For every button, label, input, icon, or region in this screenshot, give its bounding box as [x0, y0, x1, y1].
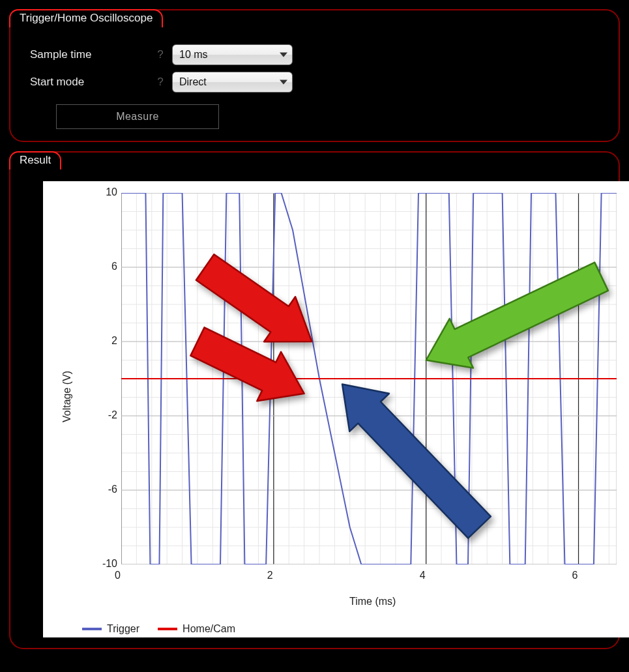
- svg-marker-1: [280, 80, 287, 84]
- y-tick: 10: [91, 186, 117, 198]
- annotation-arrows: [121, 193, 617, 564]
- svg-marker-0: [280, 52, 287, 57]
- measure-button[interactable]: Measure: [56, 104, 219, 129]
- legend-label: Home/Cam: [183, 623, 235, 635]
- oscilloscope-settings-panel: Trigger/Home Oscilloscope Sample time ? …: [9, 9, 620, 142]
- sample-time-select[interactable]: 10 ms: [172, 44, 293, 65]
- legend-item-homecam: Home/Cam: [158, 623, 235, 635]
- chevron-down-icon: [275, 78, 292, 86]
- sample-time-row: Sample time ? 10 ms: [30, 43, 606, 66]
- legend-swatch: [82, 628, 102, 630]
- chart-legend: Trigger Home/Cam: [82, 623, 235, 635]
- start-mode-value: Direct: [173, 76, 275, 88]
- y-axis-label: Voltage (V): [61, 371, 73, 422]
- sample-time-label: Sample time: [30, 48, 154, 61]
- chevron-down-icon: [275, 51, 292, 59]
- x-tick: 2: [267, 570, 273, 581]
- y-tick: -6: [91, 484, 117, 495]
- start-mode-row: Start mode ? Direct: [30, 70, 606, 94]
- start-mode-select[interactable]: Direct: [172, 72, 293, 93]
- x-tick: 0: [115, 570, 121, 581]
- result-panel: Result Voltage (V) 1062-2-6-10 0246 Time…: [9, 151, 620, 649]
- x-tick: 6: [572, 570, 578, 581]
- panel-title: Result: [9, 151, 61, 169]
- start-mode-label: Start mode: [30, 76, 154, 89]
- panel-title: Trigger/Home Oscilloscope: [9, 9, 163, 27]
- x-tick: 4: [420, 570, 426, 581]
- y-tick: 6: [91, 261, 117, 272]
- legend-item-trigger: Trigger: [82, 623, 139, 635]
- oscilloscope-chart: Voltage (V) 1062-2-6-10 0246 Time (ms) T…: [43, 181, 629, 637]
- y-tick: -10: [91, 558, 117, 570]
- y-tick: -2: [91, 409, 117, 421]
- y-tick: 2: [91, 335, 117, 347]
- legend-swatch: [158, 628, 177, 630]
- x-axis-label: Time (ms): [349, 596, 396, 607]
- help-icon[interactable]: ?: [154, 48, 167, 61]
- legend-label: Trigger: [107, 623, 139, 635]
- sample-time-value: 10 ms: [173, 49, 275, 61]
- help-icon[interactable]: ?: [154, 76, 167, 89]
